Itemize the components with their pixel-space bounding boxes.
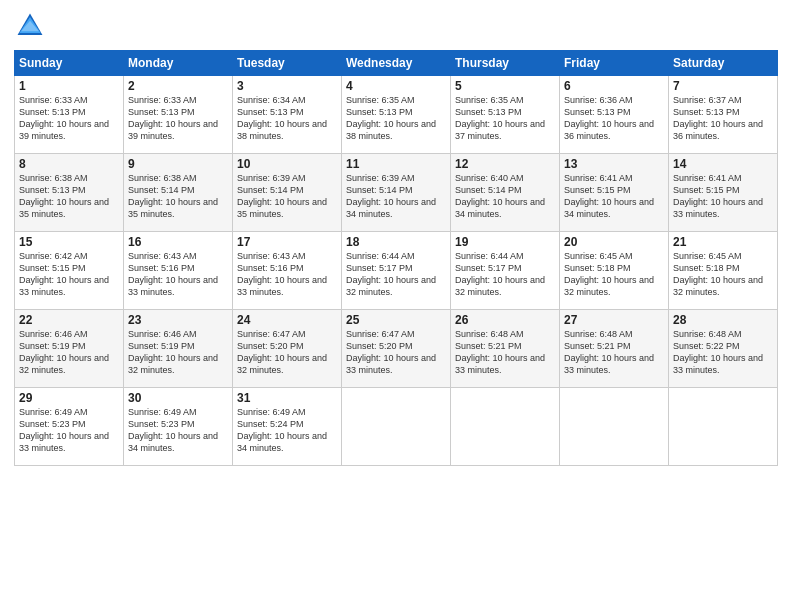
- day-info: Sunrise: 6:46 AMSunset: 5:19 PMDaylight:…: [19, 329, 109, 375]
- calendar-cell: 15 Sunrise: 6:42 AMSunset: 5:15 PMDaylig…: [15, 232, 124, 310]
- calendar-header-row: SundayMondayTuesdayWednesdayThursdayFrid…: [15, 51, 778, 76]
- day-info: Sunrise: 6:43 AMSunset: 5:16 PMDaylight:…: [128, 251, 218, 297]
- day-info: Sunrise: 6:49 AMSunset: 5:23 PMDaylight:…: [19, 407, 109, 453]
- calendar-cell: 14 Sunrise: 6:41 AMSunset: 5:15 PMDaylig…: [669, 154, 778, 232]
- calendar-cell: 25 Sunrise: 6:47 AMSunset: 5:20 PMDaylig…: [342, 310, 451, 388]
- calendar-week-row: 15 Sunrise: 6:42 AMSunset: 5:15 PMDaylig…: [15, 232, 778, 310]
- day-number: 8: [19, 157, 119, 171]
- day-info: Sunrise: 6:37 AMSunset: 5:13 PMDaylight:…: [673, 95, 763, 141]
- day-number: 13: [564, 157, 664, 171]
- day-info: Sunrise: 6:49 AMSunset: 5:24 PMDaylight:…: [237, 407, 327, 453]
- day-info: Sunrise: 6:43 AMSunset: 5:16 PMDaylight:…: [237, 251, 327, 297]
- day-number: 29: [19, 391, 119, 405]
- day-info: Sunrise: 6:47 AMSunset: 5:20 PMDaylight:…: [346, 329, 436, 375]
- calendar-cell: 5 Sunrise: 6:35 AMSunset: 5:13 PMDayligh…: [451, 76, 560, 154]
- day-number: 31: [237, 391, 337, 405]
- day-info: Sunrise: 6:44 AMSunset: 5:17 PMDaylight:…: [455, 251, 545, 297]
- calendar-cell: [560, 388, 669, 466]
- day-info: Sunrise: 6:45 AMSunset: 5:18 PMDaylight:…: [673, 251, 763, 297]
- calendar-cell: [342, 388, 451, 466]
- calendar-cell: 9 Sunrise: 6:38 AMSunset: 5:14 PMDayligh…: [124, 154, 233, 232]
- day-number: 20: [564, 235, 664, 249]
- day-number: 19: [455, 235, 555, 249]
- day-info: Sunrise: 6:47 AMSunset: 5:20 PMDaylight:…: [237, 329, 327, 375]
- day-number: 21: [673, 235, 773, 249]
- calendar-week-row: 8 Sunrise: 6:38 AMSunset: 5:13 PMDayligh…: [15, 154, 778, 232]
- day-number: 27: [564, 313, 664, 327]
- day-number: 17: [237, 235, 337, 249]
- day-info: Sunrise: 6:39 AMSunset: 5:14 PMDaylight:…: [237, 173, 327, 219]
- page: SundayMondayTuesdayWednesdayThursdayFrid…: [0, 0, 792, 612]
- calendar-cell: [669, 388, 778, 466]
- day-number: 2: [128, 79, 228, 93]
- logo-icon: [14, 10, 46, 42]
- day-info: Sunrise: 6:48 AMSunset: 5:21 PMDaylight:…: [455, 329, 545, 375]
- col-header-saturday: Saturday: [669, 51, 778, 76]
- day-number: 15: [19, 235, 119, 249]
- day-number: 23: [128, 313, 228, 327]
- day-number: 7: [673, 79, 773, 93]
- col-header-wednesday: Wednesday: [342, 51, 451, 76]
- day-info: Sunrise: 6:48 AMSunset: 5:21 PMDaylight:…: [564, 329, 654, 375]
- day-info: Sunrise: 6:38 AMSunset: 5:14 PMDaylight:…: [128, 173, 218, 219]
- calendar-cell: 29 Sunrise: 6:49 AMSunset: 5:23 PMDaylig…: [15, 388, 124, 466]
- day-number: 30: [128, 391, 228, 405]
- day-number: 5: [455, 79, 555, 93]
- day-info: Sunrise: 6:44 AMSunset: 5:17 PMDaylight:…: [346, 251, 436, 297]
- calendar-cell: 13 Sunrise: 6:41 AMSunset: 5:15 PMDaylig…: [560, 154, 669, 232]
- calendar-table: SundayMondayTuesdayWednesdayThursdayFrid…: [14, 50, 778, 466]
- calendar-week-row: 1 Sunrise: 6:33 AMSunset: 5:13 PMDayligh…: [15, 76, 778, 154]
- day-number: 11: [346, 157, 446, 171]
- calendar-cell: 28 Sunrise: 6:48 AMSunset: 5:22 PMDaylig…: [669, 310, 778, 388]
- logo: [14, 10, 50, 42]
- day-number: 3: [237, 79, 337, 93]
- day-number: 12: [455, 157, 555, 171]
- calendar-cell: 12 Sunrise: 6:40 AMSunset: 5:14 PMDaylig…: [451, 154, 560, 232]
- calendar-cell: 8 Sunrise: 6:38 AMSunset: 5:13 PMDayligh…: [15, 154, 124, 232]
- col-header-tuesday: Tuesday: [233, 51, 342, 76]
- day-number: 1: [19, 79, 119, 93]
- calendar-cell: 4 Sunrise: 6:35 AMSunset: 5:13 PMDayligh…: [342, 76, 451, 154]
- calendar-cell: 27 Sunrise: 6:48 AMSunset: 5:21 PMDaylig…: [560, 310, 669, 388]
- day-number: 9: [128, 157, 228, 171]
- day-info: Sunrise: 6:33 AMSunset: 5:13 PMDaylight:…: [19, 95, 109, 141]
- calendar-cell: 2 Sunrise: 6:33 AMSunset: 5:13 PMDayligh…: [124, 76, 233, 154]
- day-info: Sunrise: 6:38 AMSunset: 5:13 PMDaylight:…: [19, 173, 109, 219]
- day-number: 22: [19, 313, 119, 327]
- calendar-cell: 3 Sunrise: 6:34 AMSunset: 5:13 PMDayligh…: [233, 76, 342, 154]
- calendar-cell: 31 Sunrise: 6:49 AMSunset: 5:24 PMDaylig…: [233, 388, 342, 466]
- day-number: 4: [346, 79, 446, 93]
- day-info: Sunrise: 6:35 AMSunset: 5:13 PMDaylight:…: [455, 95, 545, 141]
- day-info: Sunrise: 6:40 AMSunset: 5:14 PMDaylight:…: [455, 173, 545, 219]
- calendar-week-row: 22 Sunrise: 6:46 AMSunset: 5:19 PMDaylig…: [15, 310, 778, 388]
- day-info: Sunrise: 6:41 AMSunset: 5:15 PMDaylight:…: [673, 173, 763, 219]
- day-info: Sunrise: 6:45 AMSunset: 5:18 PMDaylight:…: [564, 251, 654, 297]
- day-number: 18: [346, 235, 446, 249]
- header: [14, 10, 778, 42]
- calendar-cell: 23 Sunrise: 6:46 AMSunset: 5:19 PMDaylig…: [124, 310, 233, 388]
- day-number: 24: [237, 313, 337, 327]
- day-info: Sunrise: 6:46 AMSunset: 5:19 PMDaylight:…: [128, 329, 218, 375]
- day-info: Sunrise: 6:34 AMSunset: 5:13 PMDaylight:…: [237, 95, 327, 141]
- day-number: 26: [455, 313, 555, 327]
- day-info: Sunrise: 6:35 AMSunset: 5:13 PMDaylight:…: [346, 95, 436, 141]
- calendar-cell: 20 Sunrise: 6:45 AMSunset: 5:18 PMDaylig…: [560, 232, 669, 310]
- day-info: Sunrise: 6:39 AMSunset: 5:14 PMDaylight:…: [346, 173, 436, 219]
- day-number: 10: [237, 157, 337, 171]
- calendar-cell: 26 Sunrise: 6:48 AMSunset: 5:21 PMDaylig…: [451, 310, 560, 388]
- calendar-cell: 21 Sunrise: 6:45 AMSunset: 5:18 PMDaylig…: [669, 232, 778, 310]
- day-info: Sunrise: 6:36 AMSunset: 5:13 PMDaylight:…: [564, 95, 654, 141]
- calendar-cell: 10 Sunrise: 6:39 AMSunset: 5:14 PMDaylig…: [233, 154, 342, 232]
- calendar-cell: 17 Sunrise: 6:43 AMSunset: 5:16 PMDaylig…: [233, 232, 342, 310]
- day-info: Sunrise: 6:41 AMSunset: 5:15 PMDaylight:…: [564, 173, 654, 219]
- day-number: 16: [128, 235, 228, 249]
- calendar-week-row: 29 Sunrise: 6:49 AMSunset: 5:23 PMDaylig…: [15, 388, 778, 466]
- calendar-cell: 1 Sunrise: 6:33 AMSunset: 5:13 PMDayligh…: [15, 76, 124, 154]
- calendar-cell: 18 Sunrise: 6:44 AMSunset: 5:17 PMDaylig…: [342, 232, 451, 310]
- calendar-cell: 19 Sunrise: 6:44 AMSunset: 5:17 PMDaylig…: [451, 232, 560, 310]
- day-number: 28: [673, 313, 773, 327]
- day-number: 14: [673, 157, 773, 171]
- calendar-cell: [451, 388, 560, 466]
- col-header-monday: Monday: [124, 51, 233, 76]
- day-info: Sunrise: 6:48 AMSunset: 5:22 PMDaylight:…: [673, 329, 763, 375]
